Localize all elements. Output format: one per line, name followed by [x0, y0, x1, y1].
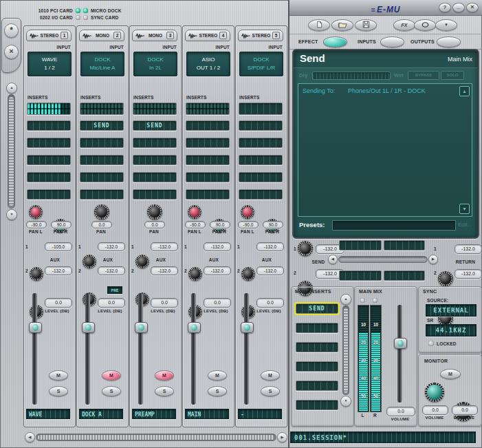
aux1-knob[interactable]	[188, 267, 202, 281]
pan-knob[interactable]	[147, 204, 162, 220]
scroll-down-button[interactable]: ▼	[459, 204, 470, 214]
scroll-up-button[interactable]: ▲	[459, 86, 470, 96]
dry-wet-slider[interactable]	[312, 72, 391, 80]
insert-slot[interactable]	[186, 189, 230, 200]
main-insert-slot[interactable]	[296, 381, 338, 391]
return1-knob[interactable]	[438, 271, 453, 286]
effect-view-button[interactable]	[323, 36, 347, 47]
solo-button[interactable]: S	[155, 386, 174, 396]
scroll-down-button[interactable]: ▼	[6, 209, 17, 220]
insert-slot[interactable]	[27, 120, 71, 131]
fader-handle[interactable]	[29, 322, 42, 333]
session-name-display[interactable]: 001.SESSION*	[290, 431, 476, 443]
fader-handle[interactable]	[394, 338, 407, 349]
sample-rate-value[interactable]: 44.1KHZ	[426, 324, 476, 337]
channel-header[interactable]: STEREO 1	[26, 30, 72, 41]
channel-header[interactable]: STEREO 5	[238, 30, 283, 41]
insert-slot[interactable]	[27, 189, 71, 200]
solo-button[interactable]: S	[261, 386, 280, 396]
inserts-scroll-down-button[interactable]: ▼	[340, 396, 351, 407]
inputs-view-button[interactable]	[380, 36, 404, 47]
channel-header[interactable]: STEREO 4	[185, 30, 230, 41]
solo-button[interactable]: S	[208, 386, 227, 396]
insert-slot[interactable]	[186, 155, 230, 165]
fader-handle[interactable]	[188, 322, 201, 333]
inserts-scroll-track[interactable]	[342, 306, 349, 395]
save-session-button[interactable]	[355, 19, 377, 31]
aux-scroll-right-button[interactable]: ▶	[428, 255, 438, 264]
mute-button[interactable]: M	[155, 370, 174, 381]
main-insert-slot[interactable]	[296, 342, 338, 352]
sync-source-value[interactable]: EXTERNAL	[426, 304, 476, 317]
insert-slot[interactable]	[80, 155, 124, 165]
insert-slot[interactable]	[27, 155, 71, 165]
solo-button[interactable]: S	[49, 386, 68, 396]
presets-field[interactable]	[332, 220, 456, 231]
scroll-track[interactable]	[36, 434, 276, 441]
inserts-scroll-up-button[interactable]: ▲	[340, 294, 351, 305]
insert-slot[interactable]	[186, 172, 230, 182]
insert-meter[interactable]	[80, 103, 124, 115]
insert-slot[interactable]	[133, 155, 177, 165]
aux1-insert-slot[interactable]	[384, 240, 425, 250]
aux-scroll-track[interactable]	[338, 256, 428, 263]
aux2-insert-slot[interactable]	[339, 270, 382, 281]
scroll-left-button[interactable]: ◀	[25, 432, 35, 442]
channel-header[interactable]: MONO 3	[132, 30, 177, 41]
level-fader[interactable]	[244, 293, 249, 405]
aux1-knob[interactable]	[241, 267, 255, 281]
mute-button[interactable]: M	[208, 370, 227, 381]
close-button[interactable]: ×	[466, 3, 479, 12]
channel-header[interactable]: MONO 2	[79, 30, 124, 41]
pan-left-knob[interactable]	[241, 205, 254, 219]
fx-palette-button[interactable]: FX	[393, 19, 415, 31]
pre-fader-badge[interactable]: PRE	[107, 286, 122, 294]
fader-handle[interactable]	[241, 322, 254, 333]
solo-effect-button[interactable]: SOLO	[441, 71, 464, 80]
insert-slot[interactable]	[80, 172, 124, 182]
insert-slot[interactable]	[80, 189, 124, 200]
scroll-track[interactable]	[8, 94, 15, 209]
monitor-mute-button[interactable]: M	[440, 369, 461, 379]
insert-slot[interactable]	[80, 138, 124, 148]
level-fader[interactable]	[191, 293, 196, 405]
scribble-strip[interactable]: MAIN	[185, 409, 229, 419]
insert-slot[interactable]	[186, 120, 230, 131]
insert-slot[interactable]	[239, 103, 283, 115]
insert-meter[interactable]	[133, 103, 177, 115]
insert-slot[interactable]	[239, 189, 283, 200]
insert-slot-send[interactable]: SEND	[133, 120, 177, 131]
aux1-knob[interactable]	[30, 267, 43, 281]
level-fader[interactable]	[85, 293, 90, 405]
input-display[interactable]: DOCK S/PDIF L/R	[239, 52, 283, 76]
insert-slot[interactable]	[239, 120, 283, 131]
scribble-strip[interactable]: -	[238, 409, 282, 419]
inserts-scroll-thumb[interactable]	[343, 307, 349, 394]
pan-knob[interactable]	[94, 204, 109, 220]
scribble-strip[interactable]: WAVE	[26, 409, 70, 419]
insert-slot[interactable]	[133, 172, 177, 182]
outputs-view-button[interactable]	[437, 36, 461, 47]
fader-handle[interactable]	[82, 322, 95, 333]
main-insert-slot[interactable]	[296, 400, 338, 410]
scroll-up-button[interactable]: ▲	[6, 83, 17, 94]
insert-meter[interactable]	[27, 103, 71, 115]
mute-button[interactable]: M	[102, 370, 121, 381]
scroll-thumb[interactable]	[37, 434, 275, 440]
mute-button[interactable]: M	[261, 370, 280, 381]
aux-scroll-left-button[interactable]: ◀	[328, 255, 338, 264]
insert-meter[interactable]	[186, 103, 230, 115]
insert-slot[interactable]	[27, 172, 71, 182]
delete-strip-button[interactable]: ×	[4, 45, 19, 59]
scribble-strip[interactable]: PREAMP	[132, 409, 176, 419]
new-session-button[interactable]	[308, 19, 330, 31]
input-display[interactable]: DOCK In 2L	[133, 52, 177, 76]
monitor-volume-knob[interactable]	[425, 383, 444, 402]
mix-assignment[interactable]: Main Mix	[448, 56, 472, 63]
output-monitor-button[interactable]	[414, 19, 436, 31]
main-insert-slot[interactable]	[296, 323, 338, 333]
edit-presets-button[interactable]: Edit...	[458, 222, 472, 228]
input-display[interactable]: DOCK Mic/Line A	[80, 52, 124, 76]
aux1-insert-slot[interactable]	[339, 240, 382, 250]
bypass-button[interactable]: BYPASS	[408, 71, 439, 80]
